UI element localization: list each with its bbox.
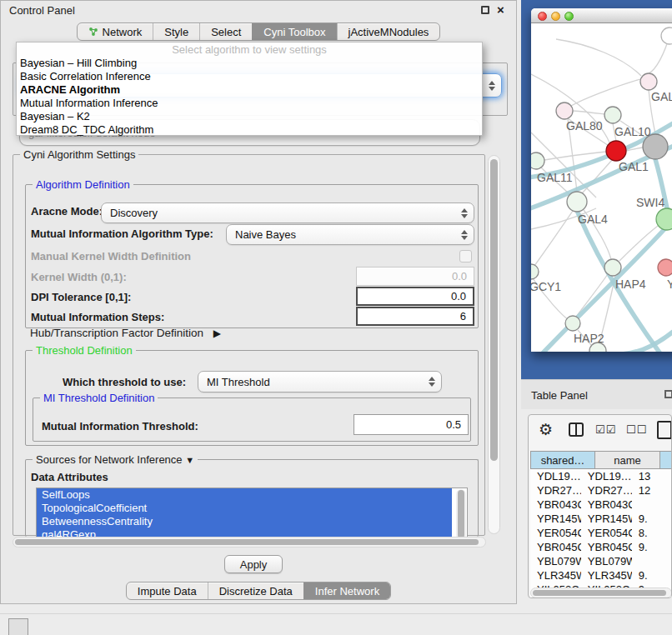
- mi-steps-field[interactable]: 6: [356, 307, 474, 326]
- table-cell: 9.: [632, 568, 671, 582]
- hub-tf-definition-toggle[interactable]: Hub/Transcription Factor Definition ▶: [30, 327, 221, 340]
- listbox-scrollbar-thumb[interactable]: [458, 490, 464, 538]
- network-edge[interactable]: [534, 211, 573, 266]
- select-all-checkboxes-icon[interactable]: ☑☑: [595, 423, 616, 436]
- settings-vertical-scrollbar-thumb[interactable]: [490, 159, 498, 461]
- data-attribute-item[interactable]: BetweennessCentrality: [37, 515, 452, 528]
- combo-stepper-icon: [429, 377, 435, 387]
- table-cell: YBL079W: [530, 554, 581, 568]
- table-row[interactable]: YBR043CYBR043C: [530, 498, 671, 512]
- data-attributes-listbox[interactable]: SelfLoopsTopologicalCoefficientBetweenne…: [36, 488, 468, 542]
- tab-style[interactable]: Style: [153, 23, 199, 40]
- network-node-gal4[interactable]: [567, 192, 587, 212]
- settings-horizontal-scrollbar-thumb[interactable]: [15, 539, 479, 545]
- network-window-titlebar[interactable]: [531, 8, 672, 23]
- dpi-tolerance-field[interactable]: 0.0: [356, 287, 474, 306]
- tab-network[interactable]: Network: [78, 23, 153, 40]
- table-row[interactable]: YDR27…YDR27…12: [530, 483, 671, 498]
- algorithm-option[interactable]: Bayesian – Hill Climbing: [17, 57, 482, 70]
- network-node-gal[interactable]: [640, 73, 657, 90]
- node-label: GCY1: [531, 280, 561, 293]
- algorithm-option[interactable]: Basic Correlation Inference: [17, 70, 482, 83]
- which-threshold-label: Which threshold to use:: [63, 376, 186, 389]
- which-threshold-combobox[interactable]: MI Threshold: [198, 371, 442, 392]
- listbox-scrollbar[interactable]: [456, 489, 466, 541]
- traffic-light-close-icon[interactable]: [538, 12, 547, 21]
- tab-cyni-toolbox[interactable]: Cyni Toolbox: [252, 23, 336, 40]
- table-row[interactable]: YER054CYER054C8.: [530, 526, 671, 540]
- table-row[interactable]: YBL079WYBL079W: [530, 554, 671, 568]
- network-node-hap2[interactable]: [565, 316, 580, 331]
- network-edge[interactable]: [571, 79, 640, 106]
- table-panel-titlebar: Table Panel: [521, 379, 672, 409]
- network-node-hap4[interactable]: [604, 259, 621, 276]
- dpi-tolerance-value: 0.0: [451, 290, 466, 302]
- kernel-width-label: Kernel Width (0,1):: [31, 271, 127, 284]
- mi-threshold-field[interactable]: 0.5: [354, 414, 469, 435]
- panel-grip-button[interactable]: [8, 618, 28, 635]
- table-cell: YBR045C: [581, 540, 632, 554]
- data-attribute-item[interactable]: TopologicalCoefficient: [37, 502, 452, 515]
- new-table-document-icon[interactable]: [657, 421, 672, 439]
- table-settings-gear-icon[interactable]: ⚙: [539, 420, 553, 439]
- table-column-header[interactable]: [660, 451, 672, 469]
- network-node-y[interactable]: [658, 259, 672, 276]
- table-row[interactable]: YLR345WYLR345W9.: [530, 568, 671, 582]
- network-node-gal10[interactable]: [604, 107, 621, 123]
- tab-jactivemnodules[interactable]: jActiveMNodules: [337, 23, 440, 40]
- algorithm-option[interactable]: Dream8 DC_TDC Algorithm: [17, 123, 482, 137]
- settings-horizontal-scrollbar[interactable]: [13, 537, 486, 548]
- algorithm-option[interactable]: ARACNE Algorithm: [17, 83, 482, 97]
- data-attribute-item[interactable]: SelfLoops: [37, 488, 452, 502]
- table-row[interactable]: YPR145WYPR145W9.: [530, 512, 671, 526]
- network-edge-highlighted[interactable]: [598, 324, 672, 352]
- tab-impute-data[interactable]: Impute Data: [127, 582, 208, 599]
- apply-button[interactable]: Apply: [224, 555, 283, 573]
- network-view-window[interactable]: GALGAL80GAL10GAL1GAL11GAL4SWI4HAP4YGCY1H…: [531, 8, 672, 352]
- tab-label: Network: [103, 26, 143, 38]
- tab-label: Infer Network: [315, 585, 379, 598]
- network-graph-canvas[interactable]: GALGAL80GAL10GAL1GAL11GAL4SWI4HAP4YGCY1H…: [531, 24, 672, 352]
- tab-select[interactable]: Select: [199, 23, 252, 40]
- aracne-mode-combobox[interactable]: Discovery: [101, 202, 474, 223]
- table-columns-icon[interactable]: [569, 422, 584, 437]
- tab-label: Cyni Toolbox: [263, 26, 325, 38]
- table-row[interactable]: YDL19…YDL19…13: [530, 469, 671, 483]
- network-node[interactable]: [661, 28, 672, 44]
- algorithm-option[interactable]: Bayesian – K2: [17, 110, 482, 123]
- network-node-swi4[interactable]: [656, 208, 672, 230]
- network-node-gcy1[interactable]: [531, 264, 539, 279]
- network-edge[interactable]: [576, 274, 608, 317]
- table-column-header[interactable]: shared…: [530, 451, 595, 469]
- network-node-gal1[interactable]: [606, 141, 626, 161]
- tab-infer-network[interactable]: Infer Network: [303, 582, 390, 599]
- table-horizontal-scrollbar[interactable]: [530, 588, 672, 598]
- table-horizontal-scrollbar-thumb[interactable]: [533, 590, 666, 596]
- control-panel-title: Control Panel: [9, 4, 75, 17]
- float-window-icon[interactable]: [481, 6, 489, 14]
- traffic-light-zoom-icon[interactable]: [564, 12, 574, 21]
- table-panel-float-icon[interactable]: [664, 390, 672, 398]
- table-cell: YDL19…: [530, 469, 581, 483]
- network-edge[interactable]: [556, 39, 641, 76]
- network-node-gal11[interactable]: [531, 152, 544, 169]
- settings-vertical-scrollbar[interactable]: [488, 155, 500, 534]
- network-node-gal80[interactable]: [556, 102, 573, 119]
- threshold-definition-groupbox: Threshold Definition Which threshold to …: [25, 350, 479, 446]
- deselect-all-checkboxes-icon[interactable]: ☐☐: [626, 423, 647, 436]
- table-cell: YER054C: [581, 526, 632, 540]
- manual-kernel-width-checkbox[interactable]: [459, 250, 472, 262]
- kernel-width-field[interactable]: 0.0: [356, 267, 474, 286]
- algorithm-option[interactable]: Mutual Information Inference: [17, 97, 482, 110]
- mi-algorithm-type-value: Naive Bayes: [235, 228, 296, 241]
- table-column-header[interactable]: name: [595, 451, 660, 469]
- mi-algorithm-type-combobox[interactable]: Naive Bayes: [226, 224, 474, 245]
- table-cell: YER054C: [530, 526, 581, 540]
- sources-title[interactable]: Sources for Network Inference ▼: [33, 453, 198, 466]
- close-panel-icon[interactable]: ×: [497, 2, 504, 17]
- tab-discretize-data[interactable]: Discretize Data: [208, 582, 303, 599]
- table-row[interactable]: YBR045CYBR045C9.: [530, 540, 671, 554]
- cyni-bottom-tabbar: Impute DataDiscretize DataInfer Network: [1, 582, 516, 600]
- traffic-light-minimize-icon[interactable]: [551, 12, 560, 21]
- node-label: GAL4: [578, 212, 608, 226]
